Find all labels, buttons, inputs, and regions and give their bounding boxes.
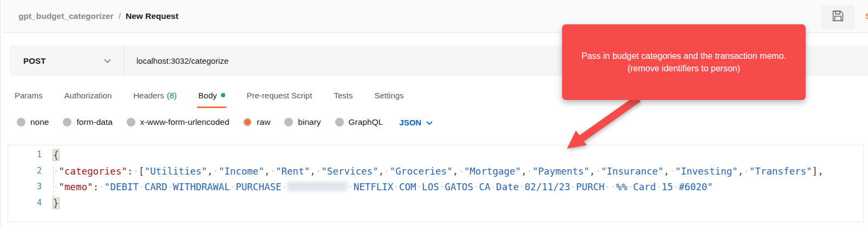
annotation-box: Pass in budget categories and the transa… [562,24,806,100]
body-type-graphql[interactable]: GraphQL [335,117,383,127]
body-type-label: GraphQL [349,117,383,127]
postman-request-window: gpt_budget_categorizer / New Request S P… [0,0,868,227]
code-token: , [378,166,384,177]
body-type-label: x-www-form-urlencoded [140,117,230,127]
whitespace-dot: · [527,166,533,177]
breadcrumb-request-title[interactable]: New Request [126,11,178,21]
code-content: ·"memo":·"DEBIT·CARD·WITHDRAWAL·PURCHASE… [53,182,713,198]
code-token: "Investing" [675,166,738,177]
code-token: "Income" [219,166,264,177]
code-line[interactable]: 4} [8,198,863,214]
body-type-label: binary [298,117,321,127]
tab-tests[interactable]: Tests [334,82,353,108]
code-token: GATOS [445,182,473,192]
tab-settings[interactable]: Settings [374,82,403,108]
code-token: "Utilities" [145,166,207,177]
body-type-label: raw [257,117,270,127]
radio-icon [127,118,135,126]
whitespace-dot: · [213,166,219,177]
body-type-binary[interactable]: binary [284,117,321,127]
whitespace-dot: · [669,166,675,177]
url-input[interactable] [136,56,461,65]
tab-body[interactable]: Body [198,82,225,108]
code-token: : [93,182,99,192]
whitespace-dot: · [673,182,679,192]
whitespace-dot: · [53,166,59,177]
save-button[interactable] [821,5,854,29]
code-token: , [664,166,670,177]
radio-icon [284,118,293,126]
code-token: #6020" [678,182,713,192]
whitespace-dot: · [628,182,634,192]
whitespace-dot: · [570,182,576,192]
code-token: : [127,166,133,177]
code-token: WITHDRAWAL [173,182,230,192]
code-content: { [53,150,59,166]
code-token: 15 [662,182,673,192]
whitespace-dot: · [458,166,464,177]
whitespace-dot: · [316,166,322,177]
code-token: "Payments" [532,166,589,177]
tab-pre-request-script[interactable]: Pre-request Script [247,82,312,108]
language-selector[interactable]: JSON [399,118,433,127]
body-type-raw[interactable]: raw [243,117,270,127]
body-type-x-www-form-urlencoded[interactable]: x-www-form-urlencoded [127,117,230,127]
method-dropdown[interactable]: POST [9,45,124,76]
line-number: 2 [8,166,42,182]
line-number: 4 [8,198,42,214]
whitespace-dot: ·· [604,182,616,192]
request-tabs: ParamsAuthorizationHeaders(8)BodyPre-req… [6,82,404,108]
radio-icon [17,118,25,126]
tab-params[interactable]: Params [15,82,43,108]
code-token: "Transfers" [749,166,812,177]
whitespace-dot: · [743,166,749,177]
code-line[interactable]: 1{ [8,150,863,166]
code-token: CA [479,182,490,192]
breadcrumb-collection[interactable]: gpt_budget_categorizer [18,11,114,21]
code-token: "Services" [321,166,378,177]
whitespace-dot: · [282,182,288,192]
whitespace-dot: · [167,182,173,192]
code-token: , [453,166,459,177]
tab-label: Pre-request Script [247,91,312,100]
floppy-disk-icon [832,10,844,24]
code-token: } [53,198,59,209]
code-token: Date [496,182,519,192]
code-token: 02/11/23 [525,182,570,192]
code-lines: 1{2·"categories":·["Utilities",·"Income"… [8,150,863,213]
code-token: "categories" [59,166,127,177]
tab-label: Headers [133,91,164,100]
code-token: "DEBIT [105,182,139,192]
redacted-text [287,182,348,191]
code-token: PURCH [576,182,605,192]
annotation-text: Pass in budget categories and the transa… [578,50,790,75]
code-token: , [738,166,744,177]
code-token: %% [616,182,627,192]
code-token: [ [139,166,145,177]
method-label: POST [23,56,46,65]
body-type-label: none [30,117,49,127]
code-token: PURCHASE [236,182,281,192]
raw-body-editor[interactable]: 1{2·"categories":·["Utilities",·"Income"… [8,145,864,222]
breadcrumb-separator: / [119,11,121,21]
whitespace-dot: · [270,166,276,177]
code-line[interactable]: 2·"categories":·["Utilities",·"Income",·… [8,166,863,182]
whitespace-dot: · [384,166,390,177]
code-token: CARD [145,182,167,192]
body-type-form-data[interactable]: form-data [63,117,112,127]
tab-label: Authorization [64,91,112,100]
whitespace-dot: · [439,182,445,192]
radio-icon [243,118,252,126]
code-line[interactable]: 3·"memo":·"DEBIT·CARD·WITHDRAWAL·PURCHAS… [8,182,863,198]
body-type-none[interactable]: none [17,117,49,127]
code-content: } [53,198,59,214]
code-token: , [521,166,527,177]
whitespace-dot: · [53,182,59,192]
whitespace-dot: · [393,182,399,192]
tab-label: Body [198,91,217,100]
chevron-down-icon [426,118,433,127]
tab-headers[interactable]: Headers(8) [133,82,177,108]
tab-authorization[interactable]: Authorization [64,82,112,108]
indent-guide [53,166,54,198]
line-number: 3 [8,182,42,198]
